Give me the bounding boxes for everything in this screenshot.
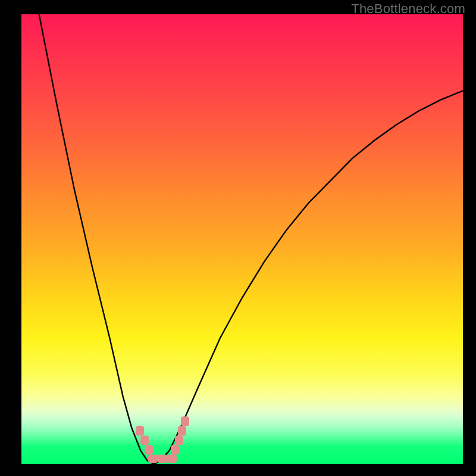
- svg-rect-2: [145, 445, 153, 455]
- svg-rect-8: [178, 426, 186, 436]
- plot-area: [21, 14, 463, 464]
- svg-rect-1: [140, 436, 149, 445]
- svg-rect-5: [167, 455, 177, 463]
- chart-frame: TheBottleneck.com: [0, 0, 476, 476]
- svg-rect-7: [175, 436, 183, 445]
- bottleneck-curve: [39, 14, 463, 464]
- watermark-text: TheBottleneck.com: [351, 1, 465, 17]
- svg-rect-9: [181, 416, 189, 426]
- curve-layer: [21, 14, 463, 464]
- svg-rect-6: [171, 445, 179, 455]
- svg-rect-4: [158, 455, 167, 463]
- svg-rect-0: [136, 426, 144, 436]
- svg-rect-3: [148, 455, 158, 463]
